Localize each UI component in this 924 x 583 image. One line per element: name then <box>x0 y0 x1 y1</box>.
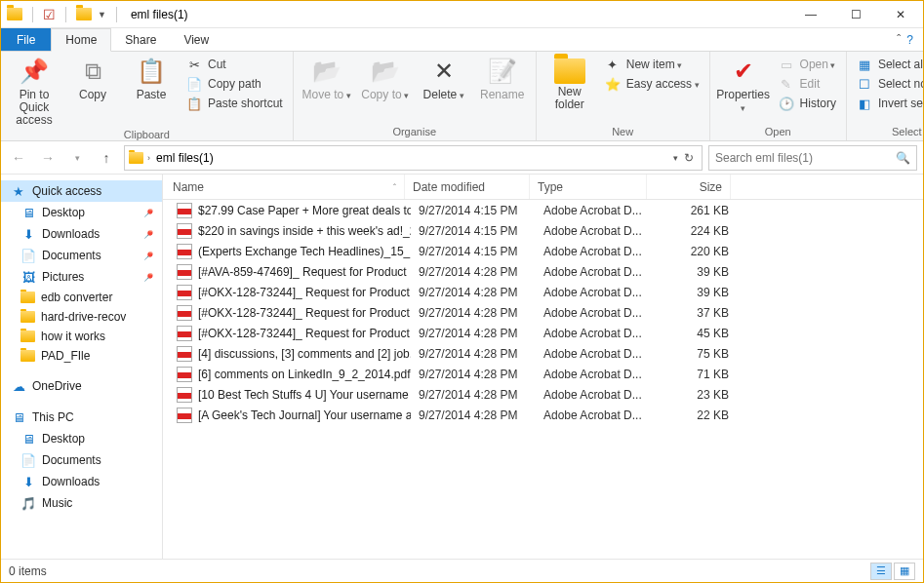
copy-to-icon: 📂 <box>370 56 401 87</box>
item-icon: 🎵 <box>20 495 36 511</box>
file-row[interactable]: [#OKX-128-73244]_ Request for Product ..… <box>163 323 923 343</box>
breadcrumb[interactable]: › eml files(1) ▾ ↻ <box>124 145 703 171</box>
file-row[interactable]: [#OKX-128-73244]_ Request for Product ..… <box>163 302 923 323</box>
file-row[interactable]: (Experts Exchange Tech Headlines)_15_11.… <box>163 241 923 261</box>
edit-button[interactable]: ✎Edit <box>775 75 840 93</box>
history-dropdown-icon[interactable]: ▾ <box>673 153 678 163</box>
forward-button[interactable]: → <box>36 146 60 170</box>
file-name: [10 Best Tech Stuffs 4 U] Your username … <box>198 388 411 402</box>
close-button[interactable]: ✕ <box>878 1 923 28</box>
chevron-icon[interactable]: › <box>147 153 150 163</box>
sidebar-item[interactable]: hard-drive-recov <box>1 307 162 327</box>
sidebar-item[interactable]: how it works <box>1 327 162 346</box>
file-row[interactable]: [A Geek's Tech Journal] Your username a.… <box>163 405 923 425</box>
file-row[interactable]: $27.99 Case Paper + More great deals to … <box>163 200 923 220</box>
easy-access-button[interactable]: ⭐Easy access <box>601 75 703 93</box>
file-row[interactable]: [#AVA-859-47469]_ Request for Product ..… <box>163 261 923 282</box>
copy-button[interactable]: ⧉ Copy <box>65 54 120 101</box>
search-icon[interactable]: 🔍 <box>896 151 910 165</box>
tab-share[interactable]: Share <box>111 28 170 51</box>
qat-properties-icon[interactable]: ☑ <box>43 7 56 22</box>
paste-shortcut-button[interactable]: 📋Paste shortcut <box>182 95 287 112</box>
select-all-icon: ▦ <box>857 57 872 72</box>
file-size: 39 KB <box>653 286 737 299</box>
file-size: 23 KB <box>653 388 737 402</box>
sidebar-item[interactable]: 📄Documents📍 <box>1 245 162 266</box>
sidebar-item[interactable]: 🎵Music <box>1 492 162 514</box>
app-icon <box>7 8 22 20</box>
file-row[interactable]: [6] comments on LinkedIn_9_2_2014.pdf9/2… <box>163 364 923 384</box>
copy-to-button[interactable]: 📂Copy to <box>358 54 413 101</box>
history-button[interactable]: 🕑History <box>775 95 840 112</box>
file-type: Adobe Acrobat D... <box>536 368 653 381</box>
sidebar-this-pc[interactable]: 🖥 This PC <box>1 407 162 428</box>
item-icon: 📄 <box>20 452 36 468</box>
column-date[interactable]: Date modified <box>405 175 530 199</box>
pdf-icon <box>177 346 192 362</box>
sidebar-item[interactable]: 📄Documents <box>1 449 162 471</box>
invert-selection-button[interactable]: ◧Invert selection <box>853 95 924 112</box>
tab-view[interactable]: View <box>170 28 222 51</box>
file-row[interactable]: [#OKX-128-73244]_ Request for Product ..… <box>163 282 923 302</box>
sidebar-item[interactable]: ⬇Downloads <box>1 471 162 492</box>
copy-path-button[interactable]: 📄Copy path <box>182 75 287 93</box>
column-type[interactable]: Type <box>530 175 647 199</box>
file-date: 9/27/2014 4:15 PM <box>411 224 536 238</box>
tab-home[interactable]: Home <box>51 28 111 52</box>
rename-button[interactable]: 📝Rename <box>475 54 530 101</box>
column-name[interactable]: Nameˆ <box>163 175 405 199</box>
cut-button[interactable]: ✂Cut <box>182 56 287 73</box>
refresh-icon[interactable]: ↻ <box>684 151 694 165</box>
details-view-button[interactable]: ☰ <box>870 563 892 580</box>
this-pc-icon: 🖥 <box>11 409 26 425</box>
file-name: $220 in savings inside + this week's ad!… <box>198 224 411 238</box>
group-new-label: New <box>542 125 703 140</box>
search-input[interactable]: Search eml files(1) 🔍 <box>708 145 917 171</box>
move-to-button[interactable]: 📂Move to <box>300 54 354 101</box>
group-open-label: Open <box>716 125 840 140</box>
column-size[interactable]: Size <box>647 175 731 199</box>
sidebar-item[interactable]: edb converter <box>1 288 162 307</box>
file-size: 45 KB <box>653 327 737 340</box>
sidebar-onedrive[interactable]: ☁ OneDrive <box>1 375 162 397</box>
properties-button[interactable]: ✔Properties <box>716 54 771 114</box>
ribbon-collapse-icon[interactable]: ˆ <box>897 33 901 47</box>
file-row[interactable]: [4] discussions, [3] comments and [2] jo… <box>163 343 923 364</box>
recent-locations-button[interactable]: ▾ <box>65 146 89 170</box>
sidebar-item[interactable]: PAD_FIle <box>1 346 162 366</box>
pin-quick-access-button[interactable]: 📌 Pin to Quick access <box>7 54 61 128</box>
minimize-button[interactable]: — <box>788 1 833 28</box>
sidebar-item[interactable]: ⬇Downloads📍 <box>1 223 162 245</box>
breadcrumb-item[interactable]: eml files(1) <box>154 151 216 165</box>
back-button[interactable]: ← <box>7 146 30 170</box>
qat-newfolder-icon[interactable] <box>76 8 92 20</box>
file-row[interactable]: $220 in savings inside + this week's ad!… <box>163 220 923 241</box>
history-icon: 🕑 <box>779 96 794 111</box>
select-none-button[interactable]: ☐Select none <box>853 75 924 93</box>
new-folder-button[interactable]: New folder <box>542 54 597 111</box>
file-date: 9/27/2014 4:28 PM <box>411 368 536 381</box>
paste-button[interactable]: 📋 Paste <box>124 54 179 101</box>
delete-button[interactable]: ✕Delete <box>417 54 471 101</box>
sidebar-item-label: Documents <box>42 453 101 467</box>
select-all-button[interactable]: ▦Select all <box>853 56 924 73</box>
navigation-pane[interactable]: ★ Quick access 🖥Desktop📍⬇Downloads📍📄Docu… <box>1 175 163 559</box>
maximize-button[interactable]: ☐ <box>833 1 878 28</box>
file-list[interactable]: $27.99 Case Paper + More great deals to … <box>163 200 923 559</box>
title-bar: ☑ ▼ eml files(1) — ☐ ✕ <box>1 1 923 28</box>
sidebar-item[interactable]: 🖼Pictures📍 <box>1 266 162 288</box>
up-button[interactable]: ↑ <box>95 146 118 170</box>
qat-dropdown-icon[interactable]: ▼ <box>98 10 106 19</box>
sidebar-item[interactable]: 🖥Desktop <box>1 428 162 449</box>
sidebar-quick-access[interactable]: ★ Quick access <box>1 180 162 202</box>
help-icon[interactable]: ? <box>906 33 913 47</box>
file-size: 39 KB <box>653 265 737 279</box>
pdf-icon <box>177 305 192 321</box>
sidebar-item[interactable]: 🖥Desktop📍 <box>1 202 162 223</box>
tab-file[interactable]: File <box>1 28 51 51</box>
icons-view-button[interactable]: ▦ <box>894 563 915 580</box>
new-item-button[interactable]: ✦New item <box>601 56 703 73</box>
file-row[interactable]: [10 Best Tech Stuffs 4 U] Your username … <box>163 384 923 405</box>
paste-label: Paste <box>137 89 167 101</box>
open-button[interactable]: ▭Open <box>775 56 840 73</box>
